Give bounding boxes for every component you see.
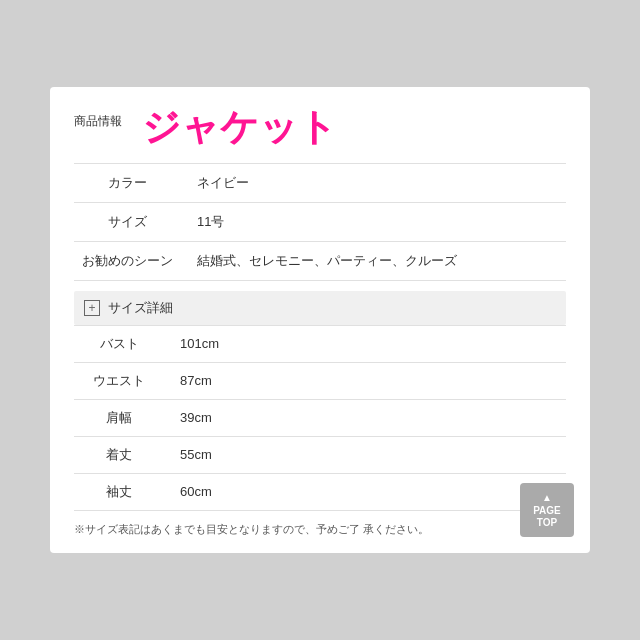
page-top-arrow-icon: ▲: [542, 492, 552, 503]
bust-label: バスト: [74, 325, 164, 362]
sleeve-value: 60cm: [164, 473, 566, 510]
color-label: カラー: [74, 163, 181, 202]
scene-row: お勧めのシーン 結婚式、セレモニー、パーティー、クルーズ: [74, 241, 566, 280]
size-detail-toggle[interactable]: + サイズ詳細: [74, 291, 566, 325]
size-detail-label: サイズ詳細: [108, 299, 173, 317]
product-info-table: カラー ネイビー サイズ 11号 お勧めのシーン 結婚式、セレモニー、パーティー…: [74, 163, 566, 281]
length-label: 着丈: [74, 436, 164, 473]
size-detail-table: バスト 101cm ウエスト 87cm 肩幅 39cm 着丈 55cm 袖丈 6…: [74, 325, 566, 511]
waist-value: 87cm: [164, 362, 566, 399]
color-row: カラー ネイビー: [74, 163, 566, 202]
size-row: サイズ 11号: [74, 202, 566, 241]
scene-label: お勧めのシーン: [74, 241, 181, 280]
shoulder-row: 肩幅 39cm: [74, 399, 566, 436]
shoulder-label: 肩幅: [74, 399, 164, 436]
sleeve-row: 袖丈 60cm: [74, 473, 566, 510]
scene-value: 結婚式、セレモニー、パーティー、クルーズ: [181, 241, 566, 280]
bust-row: バスト 101cm: [74, 325, 566, 362]
size-label: サイズ: [74, 202, 181, 241]
color-value: ネイビー: [181, 163, 566, 202]
header-row: 商品情報 ジャケット: [74, 107, 566, 149]
product-card: 商品情報 ジャケット カラー ネイビー サイズ 11号 お勧めのシーン 結婚式、…: [50, 87, 590, 553]
plus-icon: +: [84, 300, 100, 316]
waist-label: ウエスト: [74, 362, 164, 399]
size-value: 11号: [181, 202, 566, 241]
sleeve-label: 袖丈: [74, 473, 164, 510]
length-row: 着丈 55cm: [74, 436, 566, 473]
page-top-button[interactable]: ▲ PAGE TOP: [520, 483, 574, 537]
product-info-label: 商品情報: [74, 113, 122, 130]
length-value: 55cm: [164, 436, 566, 473]
waist-row: ウエスト 87cm: [74, 362, 566, 399]
bust-value: 101cm: [164, 325, 566, 362]
page-top-text: PAGE TOP: [533, 505, 561, 529]
jacket-title: ジャケット: [142, 107, 337, 149]
shoulder-value: 39cm: [164, 399, 566, 436]
footer-note: ※サイズ表記はあくまでも目安となりますので、予めご了 承ください。: [74, 521, 566, 538]
